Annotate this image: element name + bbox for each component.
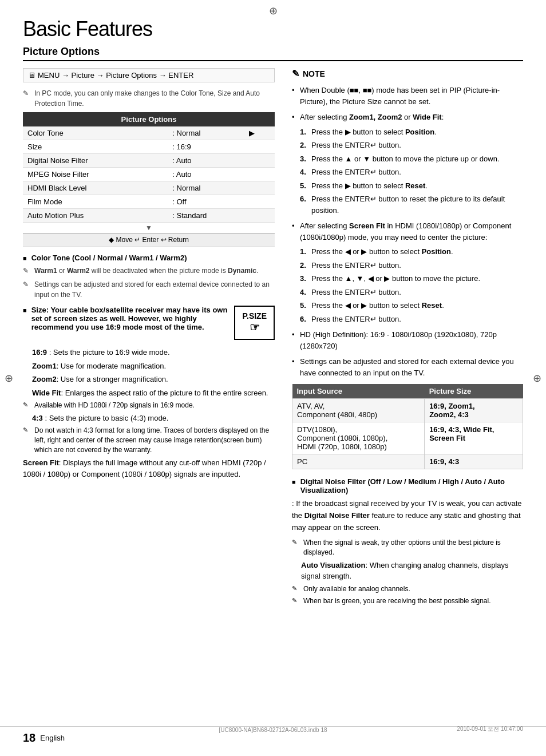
note-bullet-pip: When Double (■■, ■■) mode has been set i… bbox=[292, 85, 523, 107]
digital-noise-desc: : If the broadcast signal received by yo… bbox=[292, 498, 523, 533]
input-source-2: DTV(1080i),Component (1080i, 1080p),HDMI… bbox=[292, 422, 425, 454]
table-row: ▼ bbox=[23, 223, 275, 233]
sf-step-2: 2. Press the ENTER↵ button. bbox=[300, 260, 523, 271]
row-label: Auto Motion Plus bbox=[23, 209, 168, 223]
picture-size-1: 16:9, Zoom1,Zoom2, 4:3 bbox=[425, 399, 523, 422]
section-title: Picture Options bbox=[23, 46, 523, 61]
size-section: P.SIZE ☞ Size: Your cable box/satellite … bbox=[23, 306, 275, 481]
picture-options-table: Picture Options Color Tone : Normal ▶ Si… bbox=[23, 112, 275, 247]
crosshair-top-icon: ⊕ bbox=[269, 5, 278, 17]
zoom-step-3: 3. Press the ▲ or ▼ button to move the p… bbox=[300, 153, 523, 165]
zoom-step-6: 6. Press the ENTER↵ button to reset the … bbox=[300, 193, 523, 216]
ratio-4-3-note: Do not watch in 4:3 format for a long ti… bbox=[23, 426, 275, 454]
sf-step-1: 1. Press the ◀ or ▶ button to select Pos… bbox=[300, 246, 523, 258]
row-value: : Standard bbox=[168, 209, 275, 223]
color-tone-header: Color Tone (Cool / Normal / Warm1 / Warm… bbox=[23, 254, 275, 262]
note-bullet-hd: HD (High Definition): 16:9 - 1080i/1080p… bbox=[292, 329, 523, 351]
row-value: : Auto bbox=[168, 168, 275, 181]
note-bullet-screenfit: After selecting Screen Fit in HDMI (1080… bbox=[292, 220, 523, 324]
screenfit-steps: 1. Press the ◀ or ▶ button to select Pos… bbox=[300, 246, 523, 324]
table-row: Film Mode : Off bbox=[23, 195, 275, 209]
row-value: : Normal bbox=[168, 181, 275, 195]
digital-noise-note1: When the signal is weak, try other optio… bbox=[292, 538, 523, 557]
size-wide-fit: Wide Fit: Enlarges the aspect ratio of t… bbox=[23, 387, 275, 399]
page-footer: 18 English [UC8000-NA]BN68-02712A-06L03.… bbox=[0, 726, 546, 745]
zoom-step-1: 1. Press the ▶ button to select Position… bbox=[300, 126, 523, 138]
color-tone-section: Color Tone (Cool / Normal / Warm1 / Warm… bbox=[23, 254, 275, 300]
size-4-3: 4:3 : Sets the picture to basic (4:3) mo… bbox=[23, 413, 275, 424]
zoom-steps: 1. Press the ▶ button to select Position… bbox=[300, 126, 523, 216]
auto-vis-label: Auto Visualization: When changing analog… bbox=[292, 560, 523, 582]
note-bullet-settings: Settings can be adjusted and stored for … bbox=[292, 356, 523, 378]
table-row: Auto Motion Plus : Standard bbox=[23, 209, 275, 223]
zoom-step-5: 5. Press the ▶ button to select Reset. bbox=[300, 180, 523, 192]
sf-step-4: 4. Press the ENTER↵ button. bbox=[300, 287, 523, 298]
crosshair-left-icon: ⊕ bbox=[5, 372, 13, 385]
row-value: : Auto bbox=[168, 154, 275, 168]
footer-date: 2010-09-01 오전 10:47:00 bbox=[457, 725, 523, 733]
table-footer-row: ◆ Move ↵ Enter ↩ Return bbox=[23, 233, 275, 247]
row-label: Color Tone bbox=[23, 126, 168, 140]
options-table-header: Picture Options bbox=[23, 112, 275, 126]
note-label: NOTE bbox=[303, 69, 325, 78]
input-table-header-source: Input Source bbox=[292, 384, 425, 399]
crosshair-right-icon: ⊕ bbox=[533, 372, 541, 385]
table-row: HDMI Black Level : Normal bbox=[23, 181, 275, 195]
footer-file: [UC8000-NA]BN68-02712A-06L03.indb 18 bbox=[219, 727, 327, 733]
row-label: MPEG Noise Filter bbox=[23, 168, 168, 181]
size-zoom2: Zoom2: Use for a stronger magnification. bbox=[23, 374, 275, 385]
row-label: Digital Noise Filter bbox=[23, 154, 168, 168]
page-language: English bbox=[40, 734, 65, 742]
warm-note: Warm1 or Warm2 will be deactivated when … bbox=[23, 266, 275, 276]
table-row: Digital Noise Filter : Auto bbox=[23, 154, 275, 168]
hand-icon: ☞ bbox=[242, 320, 267, 334]
sf-step-3: 3. Press the ▲, ▼, ◀ or ▶ button to move… bbox=[300, 273, 523, 284]
row-label: HDMI Black Level bbox=[23, 181, 168, 195]
table-row: Color Tone : Normal ▶ bbox=[23, 126, 275, 140]
menu-path-text: MENU → Picture → Picture Options → ENTER bbox=[38, 71, 193, 80]
pc-mode-note: In PC mode, you can only make changes to… bbox=[23, 88, 275, 109]
row-label: Film Mode bbox=[23, 195, 168, 209]
size-header: P.SIZE ☞ Size: Your cable box/satellite … bbox=[23, 306, 275, 343]
auto-vis-note2: Only available for analog channels. bbox=[292, 584, 523, 594]
left-column: 🖥 MENU → Picture → Picture Options → ENT… bbox=[23, 68, 275, 612]
row-value: : Normal bbox=[168, 126, 244, 140]
note-bullets-list: When Double (■■, ■■) mode has been set i… bbox=[292, 85, 523, 378]
table-row: MPEG Noise Filter : Auto bbox=[23, 168, 275, 181]
sf-step-6: 6. Press the ENTER↵ button. bbox=[300, 314, 523, 325]
sf-step-5: 5. Press the ◀ or ▶ button to select Res… bbox=[300, 300, 523, 311]
table-footer-controls: ◆ Move ↵ Enter ↩ Return bbox=[23, 233, 275, 247]
wide-fit-note: Available with HD 1080i / 720p signals i… bbox=[23, 401, 275, 410]
menu-path: 🖥 MENU → Picture → Picture Options → ENT… bbox=[23, 68, 275, 82]
row-value: : Off bbox=[168, 195, 275, 209]
input-source-1: ATV, AV,Component (480i, 480p) bbox=[292, 399, 425, 422]
note-bullet-zoom: After selecting Zoom1, Zoom2 or Wide Fit… bbox=[292, 112, 523, 216]
menu-icon: 🖥 bbox=[28, 71, 35, 80]
input-source-3: PC bbox=[292, 454, 425, 469]
zoom-step-2: 2. Press the ENTER↵ button. bbox=[300, 140, 523, 151]
size-zoom1: Zoom1: Use for moderate magnification. bbox=[23, 361, 275, 372]
digital-noise-header: Digital Noise Filter (Off / Low / Medium… bbox=[292, 477, 523, 494]
input-table-row: PC 16:9, 4:3 bbox=[292, 454, 523, 469]
page-title: Basic Features bbox=[23, 17, 523, 41]
psize-button: P.SIZE ☞ bbox=[234, 306, 275, 340]
auto-vis-note3: When bar is green, you are receiving the… bbox=[292, 596, 523, 606]
row-value: : 16:9 bbox=[168, 140, 275, 154]
size-16-9: 16:9 : Sets the picture to 16:9 wide mod… bbox=[23, 347, 275, 358]
right-column: NOTE When Double (■■, ■■) mode has been … bbox=[292, 68, 523, 612]
psize-label: P.SIZE bbox=[242, 311, 267, 320]
zoom-step-4: 4. Press the ENTER↵ button. bbox=[300, 167, 523, 178]
screen-fit-text: Screen Fit: Displays the full image with… bbox=[23, 457, 275, 481]
digital-noise-section: Digital Noise Filter (Off / Low / Medium… bbox=[292, 477, 523, 606]
row-arrow: ▶ bbox=[244, 126, 275, 140]
table-row: Size : 16:9 bbox=[23, 140, 275, 154]
input-table-row: ATV, AV,Component (480i, 480p) 16:9, Zoo… bbox=[292, 399, 523, 422]
input-table-row: DTV(1080i),Component (1080i, 1080p),HDMI… bbox=[292, 422, 523, 454]
settings-note: Settings can be adjusted and stored for … bbox=[23, 279, 275, 300]
picture-size-2: 16:9, 4:3, Wide Fit,Screen Fit bbox=[425, 422, 523, 454]
row-label: Size bbox=[23, 140, 168, 154]
input-picture-table: Input Source Picture Size ATV, AV,Compon… bbox=[292, 384, 523, 469]
input-table-header-size: Picture Size bbox=[425, 384, 523, 399]
page-number: 18 bbox=[23, 731, 35, 745]
note-header: NOTE bbox=[292, 68, 523, 79]
